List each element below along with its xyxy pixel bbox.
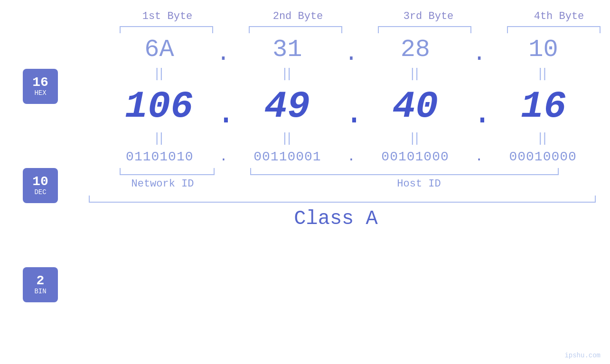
bin-badge-num: 2 (37, 274, 45, 288)
bin-cell-3: 00101000 (357, 149, 473, 164)
dec-cell-3: 40 (358, 85, 472, 128)
dot-dec-3: . (472, 97, 487, 131)
equals-1-1: || (102, 65, 217, 81)
byte-header-4: 4th Byte (494, 10, 610, 22)
byte-header-3: 3rd Byte (363, 10, 494, 22)
hex-val-1: 6A (144, 36, 174, 64)
bin-val-3: 00101000 (381, 149, 449, 164)
dot-hex-2: . (345, 42, 358, 65)
hex-cell-4: 10 (486, 36, 601, 64)
dot-bin-1: . (217, 150, 230, 164)
network-id-label: Network ID (102, 178, 223, 190)
bin-badge-label: BIN (34, 288, 46, 296)
bin-val-1: 01101010 (126, 149, 193, 164)
dec-val-4: 16 (521, 85, 566, 128)
dot-dec-2: . (344, 97, 358, 131)
hex-badge-label: HEX (34, 89, 46, 97)
byte-header-1: 1st Byte (102, 10, 233, 22)
equals-2-1: || (102, 130, 217, 145)
dec-badge-num: 10 (32, 175, 48, 188)
dot-dec-1: . (216, 97, 230, 131)
dec-badge: 10 DEC (23, 168, 58, 203)
hex-badge: 16 HEX (23, 69, 58, 104)
class-bracket (89, 196, 596, 203)
bracket-top-3 (378, 26, 471, 33)
hex-val-4: 10 (528, 36, 558, 64)
hex-cell-2: 31 (230, 36, 345, 64)
dec-cell-2: 49 (230, 85, 344, 128)
bracket-top-1 (120, 26, 213, 33)
bottom-brackets (102, 168, 601, 175)
bin-row: 01101010 . 00110001 . 00101000 . 0001000… (102, 149, 601, 164)
top-brackets (102, 26, 601, 33)
bin-val-4: 00010000 (509, 149, 576, 164)
bracket-top-2 (249, 26, 342, 33)
equals-1-2: || (230, 65, 345, 81)
byte-headers: 1st Byte 2nd Byte 3rd Byte 4th Byte (102, 0, 601, 22)
hex-val-3: 28 (401, 36, 430, 64)
dot-hex-1: . (216, 42, 230, 65)
main-container: 16 HEX 10 DEC 2 BIN 1st Byte 2nd Byte 3r… (0, 0, 610, 364)
equals-2-2: || (230, 130, 345, 145)
hex-badge-num: 16 (32, 76, 48, 89)
dot-bin-2: . (345, 150, 357, 164)
dec-val-3: 40 (393, 85, 438, 128)
watermark: ipshu.com (564, 352, 601, 359)
hex-cell-1: 6A (102, 36, 216, 64)
dec-val-1: 106 (125, 85, 193, 128)
bracket-bottom-1 (120, 168, 215, 175)
bracket-bottom-host (250, 168, 559, 175)
bin-badge: 2 BIN (23, 267, 58, 302)
equals-2-3: || (357, 130, 473, 145)
hex-val-2: 31 (272, 36, 302, 64)
content-area: 1st Byte 2nd Byte 3rd Byte 4th Byte 6A .… (71, 0, 601, 230)
bin-cell-1: 01101010 (102, 149, 217, 164)
dec-val-2: 49 (264, 85, 310, 128)
bracket-gap (215, 168, 250, 175)
dec-cell-4: 16 (487, 85, 601, 128)
hex-row: 6A . 31 . 28 . 10 (102, 36, 601, 64)
dec-cell-1: 106 (102, 85, 216, 128)
bin-cell-2: 00110001 (230, 149, 345, 164)
equals-1-3: || (357, 65, 473, 81)
id-labels: Network ID Host ID (102, 178, 601, 190)
bin-val-2: 00110001 (253, 149, 321, 164)
dot-hex-3: . (472, 42, 486, 65)
dot-bin-3: . (473, 150, 485, 164)
byte-header-2: 2nd Byte (233, 10, 363, 22)
bracket-top-4 (507, 26, 601, 33)
hex-cell-3: 28 (358, 36, 472, 64)
class-label: Class A (71, 207, 601, 230)
equals-row-1: || || || || (102, 64, 601, 83)
equals-1-4: || (485, 65, 601, 81)
equals-2-4: || (485, 130, 601, 145)
host-id-label: Host ID (237, 178, 601, 190)
badges-column: 16 HEX 10 DEC 2 BIN (23, 69, 58, 302)
bin-cell-4: 00010000 (485, 149, 601, 164)
dec-badge-label: DEC (34, 188, 46, 196)
dec-row: 106 . 49 . 40 . 16 (102, 85, 601, 128)
